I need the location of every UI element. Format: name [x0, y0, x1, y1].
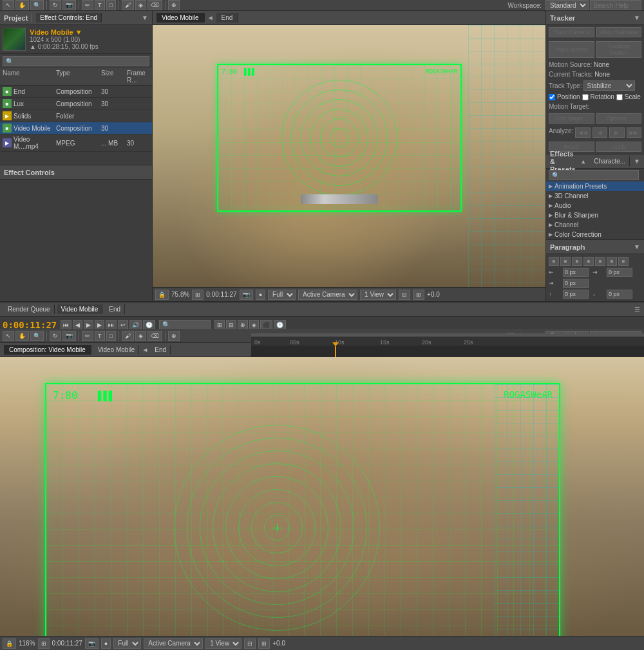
analyze-back-btn[interactable]: ◀◀ [575, 127, 590, 138]
b-pen-tool[interactable]: ✏ [82, 331, 93, 341]
effect-controls-tab[interactable]: Effect Controls: End [36, 13, 102, 23]
b-show-channel-btn[interactable]: ● [101, 638, 111, 649]
help-search[interactable] [590, 0, 641, 10]
b-zoom-tool[interactable]: 🔍 [30, 331, 44, 341]
arrow-tool[interactable]: ↖ [3, 0, 14, 10]
stabilize-motion-btn[interactable]: Stabilize Motion [596, 41, 642, 58]
effect-blur-sharpen[interactable]: ▶ Blur & Sharpen [546, 210, 644, 220]
brush-tool[interactable]: 🖌 [122, 0, 134, 10]
para-align-left[interactable]: ≡ [549, 257, 559, 266]
para-align-justify-center[interactable]: ≡ [595, 257, 605, 266]
b-fit-btn[interactable]: ⊞ [38, 638, 50, 649]
b-rotate-tool[interactable]: ↻ [50, 331, 61, 341]
grid-btn[interactable]: ⊞ [413, 290, 424, 300]
b-cam-tool[interactable]: 📷 [62, 331, 76, 341]
para-align-justify-right[interactable]: ≡ [607, 257, 617, 266]
b-shape-tool[interactable]: □ [106, 331, 116, 341]
effects-search-input[interactable] [549, 170, 639, 180]
puppet-tool[interactable]: ⊕ [168, 0, 180, 10]
para-align-center[interactable]: ≡ [560, 257, 571, 266]
character-tab[interactable]: Characte... [590, 156, 630, 166]
b-text-tool[interactable]: T [95, 331, 105, 341]
end-tl-tab[interactable]: End [105, 304, 125, 314]
zoom-tool[interactable]: 🔍 [30, 0, 44, 10]
b-quality-select[interactable]: Full [113, 638, 141, 649]
pen-tool[interactable]: ✏ [82, 0, 93, 10]
b-toggle-transparency[interactable]: ⊟ [244, 638, 256, 649]
apply-btn[interactable]: Apply [596, 142, 642, 152]
track-camera-btn[interactable]: Track Camera [549, 27, 594, 37]
b-views-select[interactable]: 1 View [205, 638, 242, 649]
show-channel-btn[interactable]: ● [256, 290, 265, 300]
rotate-tool[interactable]: ↻ [50, 0, 61, 10]
hand-tool[interactable]: ✋ [15, 0, 29, 10]
effect-animation-presets[interactable]: ▶ Animation Presets [546, 181, 644, 191]
shape-tool[interactable]: □ [106, 0, 116, 10]
para-align-justify-all[interactable]: ≡ [618, 257, 629, 266]
b-grid-btn[interactable]: ⊞ [258, 638, 270, 649]
file-item-lux[interactable]: ■ Lux Composition 30 [0, 98, 152, 110]
effects-close[interactable]: ▼ [634, 158, 640, 165]
snapshot-btn[interactable]: 📷 [240, 290, 253, 300]
workspace-select[interactable]: Standard [545, 0, 589, 10]
toggle-transparency[interactable]: ⊟ [399, 290, 410, 300]
track-motion-btn[interactable]: Track Motion [549, 41, 594, 58]
project-search[interactable] [3, 56, 149, 66]
quality-select[interactable]: Full [268, 290, 296, 300]
tl-close[interactable]: ☰ [634, 306, 640, 313]
eraser-tool[interactable]: ⌫ [147, 0, 162, 10]
para-indent-right[interactable] [607, 268, 632, 277]
analyze-prev-btn[interactable]: ◀ [592, 127, 607, 138]
b-view-select[interactable]: Active Camera [144, 638, 203, 649]
analyze-next-btn[interactable]: ▶ [609, 127, 624, 138]
b-comp-tab-vm[interactable]: Composition: Video Mobile [4, 345, 91, 355]
effect-3d-channel[interactable]: ▶ 3D Channel [546, 191, 644, 201]
fit-btn[interactable]: ⊞ [192, 290, 204, 300]
para-space-before[interactable] [563, 290, 589, 299]
views-select[interactable]: 1 View [360, 290, 396, 300]
position-checkbox[interactable] [549, 94, 555, 100]
para-align-justify-left[interactable]: ≡ [583, 257, 594, 266]
b-puppet-tool[interactable]: ⊕ [168, 331, 180, 341]
b-tab-end[interactable]: End [151, 345, 171, 355]
scale-checkbox[interactable] [616, 94, 623, 100]
tracker-close[interactable]: ▼ [634, 14, 640, 21]
reset-view-btn[interactable]: 🔒 [155, 290, 169, 300]
file-item-end[interactable]: ■ End Composition 30 [0, 86, 152, 98]
file-item-videommp4[interactable]: ▶ Video M....mp4 MPEG ... MB 30 [0, 135, 152, 152]
b-brush-tool[interactable]: 🖌 [122, 331, 134, 341]
para-space-after[interactable] [607, 290, 632, 299]
para-indent-first[interactable] [563, 279, 589, 288]
render-queue-tab[interactable]: Render Queue [4, 304, 55, 314]
b-eraser-tool[interactable]: ⌫ [147, 331, 162, 341]
effect-audio[interactable]: ▶ Audio [546, 201, 644, 210]
bottom-half: ↖ ✋ 🔍 ↻ 📷 ✏ T □ 🖌 ◈ ⌫ ⊕ Workspace: Stand… [0, 329, 644, 650]
file-item-videomobile[interactable]: ■ Video Mobile Composition 30 [0, 122, 152, 135]
rotation-checkbox[interactable] [582, 94, 589, 100]
edit-target-btn[interactable]: Edit Target... [549, 113, 594, 124]
analyze-fwd-btn[interactable]: ▶▶ [627, 127, 641, 138]
text-tool[interactable]: T [95, 0, 105, 10]
para-indent-left[interactable] [563, 268, 589, 277]
b-tab-vm[interactable]: Video Mobile [94, 345, 140, 355]
effect-channel[interactable]: ▶ Channel [546, 220, 644, 230]
project-panel-close[interactable]: ▼ [142, 14, 148, 21]
paragraph-close[interactable]: ▼ [634, 243, 640, 250]
file-item-solids[interactable]: ▶ Solids Folder [0, 110, 152, 122]
view-select[interactable]: Active Camera [298, 290, 357, 300]
warp-stabilizer-btn[interactable]: Warp Stabilizer [596, 27, 642, 37]
track-type-select[interactable]: Stabilize [583, 80, 635, 91]
video-mobile-tl-tab[interactable]: Video Mobile [57, 304, 103, 314]
b-reset-view-btn[interactable]: 🔒 [3, 638, 16, 649]
para-align-right[interactable]: ≡ [572, 257, 582, 266]
effect-color-correction[interactable]: ▶ Color Correction [546, 230, 644, 239]
b-stamp-tool[interactable]: ◈ [135, 331, 146, 341]
b-hand-tool[interactable]: ✋ [15, 331, 29, 341]
cam-tool[interactable]: 📷 [62, 0, 76, 10]
options-btn[interactable]: Options... [596, 113, 642, 124]
comp-tab-end[interactable]: End [216, 13, 239, 23]
comp-tab-vm[interactable]: Video Mobile [156, 13, 205, 23]
b-arrow-tool[interactable]: ↖ [3, 331, 14, 341]
b-snapshot-btn[interactable]: 📷 [85, 638, 99, 649]
stamp-tool[interactable]: ◈ [135, 0, 146, 10]
